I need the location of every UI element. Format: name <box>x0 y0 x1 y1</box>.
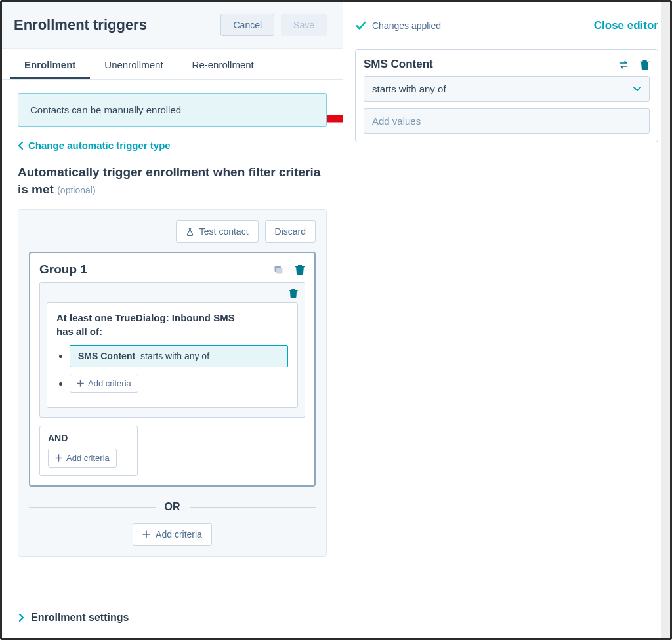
tab-enrollment[interactable]: Enrollment <box>10 49 90 79</box>
cancel-button[interactable]: Cancel <box>220 14 274 36</box>
add-criteria-label: Add criteria <box>88 378 131 388</box>
and-add-criteria-button[interactable]: Add criteria <box>48 449 117 468</box>
left-panel: Enrollment triggers Cancel Save Enrollme… <box>2 2 343 638</box>
editor-header: Changes applied Close editor <box>355 11 658 40</box>
trash-icon[interactable] <box>640 59 650 70</box>
criteria-card: At least one TrueDialog: Inbound SMS has… <box>47 302 298 408</box>
editor-panel: Changes applied Close editor SMS Content… <box>343 2 670 638</box>
criteria-container: At least one TrueDialog: Inbound SMS has… <box>39 282 305 418</box>
divider-line <box>190 507 316 508</box>
close-editor-link[interactable]: Close editor <box>594 19 658 32</box>
plus-icon <box>142 530 150 538</box>
editor-card-header: SMS Content <box>364 58 650 71</box>
trash-icon[interactable] <box>289 288 298 298</box>
header-actions: Cancel Save <box>220 14 327 36</box>
enrollment-settings-label: Enrollment settings <box>31 612 129 624</box>
group-title: Group 1 <box>39 262 87 277</box>
group-icon-row <box>273 264 305 275</box>
and-add-criteria-label: Add criteria <box>66 453 110 463</box>
group-header: Group 1 <box>39 262 305 277</box>
tab-bar: Enrollment Unenrollment Re-enrollment <box>2 49 343 80</box>
filter-group: Group 1 <box>29 252 316 487</box>
or-add-criteria-label: Add criteria <box>156 529 202 540</box>
page-title: Enrollment triggers <box>14 16 147 33</box>
manual-enroll-banner: Contacts can be manually enrolled <box>18 93 327 127</box>
trash-icon[interactable] <box>295 264 305 275</box>
tab-reenrollment[interactable]: Re-enrollment <box>178 49 268 79</box>
check-icon <box>355 20 367 31</box>
criteria-trash-row <box>47 288 298 298</box>
section-title: Automatically trigger enrollment when fi… <box>18 164 327 197</box>
changes-status-label: Changes applied <box>372 20 441 31</box>
clone-icon[interactable] <box>273 264 284 275</box>
divider-line <box>29 507 156 508</box>
editor-property-title: SMS Content <box>364 58 433 71</box>
swap-icon[interactable] <box>618 59 629 70</box>
criteria-list: SMS Content starts with any of <box>56 345 288 393</box>
test-contact-label: Test contact <box>200 226 249 237</box>
operator-select-value: starts with any of <box>372 83 446 94</box>
svg-rect-1 <box>276 268 282 273</box>
operator-select[interactable]: starts with any of <box>364 76 650 102</box>
editor-card: SMS Content starts with any of Add value… <box>355 49 658 142</box>
change-trigger-type-label: Change automatic trigger type <box>28 140 171 151</box>
or-add-row: Add criteria <box>29 523 316 546</box>
test-contact-button[interactable]: Test contact <box>176 220 259 243</box>
criteria-item[interactable]: SMS Content starts with any of <box>70 345 288 367</box>
plus-icon <box>77 380 84 387</box>
caret-down-icon <box>633 87 641 92</box>
plus-icon <box>55 454 62 462</box>
criteria-chip[interactable]: SMS Content starts with any of <box>70 345 288 367</box>
flask-icon <box>186 228 194 236</box>
left-header: Enrollment triggers Cancel Save <box>2 2 343 49</box>
filter-actions: Test contact Discard <box>29 220 316 243</box>
criteria-title: At least one TrueDialog: Inbound SMS has… <box>56 311 288 338</box>
enrollment-settings-row[interactable]: Enrollment settings <box>2 597 343 638</box>
or-block: OR Add criteria <box>29 501 316 546</box>
add-values-input[interactable]: Add values <box>364 108 650 134</box>
chevron-right-icon <box>18 613 24 622</box>
changes-status: Changes applied <box>355 20 441 31</box>
editor-icon-row <box>618 59 650 70</box>
or-label: OR <box>165 501 180 513</box>
section-optional-text: (optional) <box>57 185 95 195</box>
right-edge-shadow <box>661 2 670 638</box>
filter-card: Test contact Discard Group 1 <box>18 209 327 557</box>
app-frame: Enrollment triggers Cancel Save Enrollme… <box>0 0 672 640</box>
and-block: AND Add criteria <box>39 426 138 476</box>
discard-button[interactable]: Discard <box>265 220 316 243</box>
or-add-criteria-button[interactable]: Add criteria <box>133 523 212 546</box>
add-criteria-button[interactable]: Add criteria <box>70 374 138 393</box>
main-content: Contacts can be manually enrolled Change… <box>2 80 343 597</box>
chevron-left-icon <box>18 141 24 150</box>
tab-unenrollment[interactable]: Unenrollment <box>90 49 177 79</box>
criteria-add-item: Add criteria <box>70 374 288 393</box>
and-label: AND <box>48 433 129 443</box>
or-divider: OR <box>29 501 316 513</box>
save-button: Save <box>281 14 327 36</box>
change-trigger-type-link[interactable]: Change automatic trigger type <box>18 140 327 151</box>
